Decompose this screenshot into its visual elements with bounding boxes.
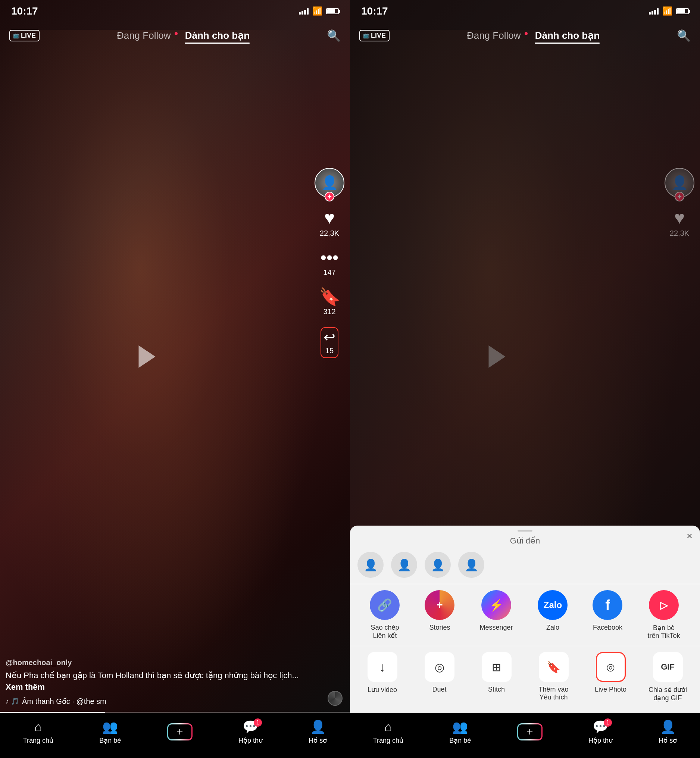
action-live-photo[interactable]: ◎ Live Photo bbox=[588, 652, 633, 702]
right-nav-profile[interactable]: 👤 Hồ sơ bbox=[659, 719, 677, 745]
right-nav-inbox[interactable]: 💬 1 Hộp thư bbox=[588, 719, 612, 745]
inbox-badge: 1 bbox=[254, 719, 262, 727]
right-nav-tabs: Đang Follow Dành cho bạn bbox=[467, 30, 600, 41]
search-icon[interactable]: 🔍 bbox=[327, 29, 341, 42]
comment-action[interactable]: ••• 147 bbox=[320, 249, 338, 277]
right-inbox-badge: 1 bbox=[604, 719, 612, 727]
right-right-sidebar: 👤 + ♥ 22,3K bbox=[664, 168, 694, 238]
vinyl-disc[interactable] bbox=[328, 691, 342, 706]
see-more-link[interactable]: Xem thêm bbox=[6, 682, 45, 692]
tab-following[interactable]: Đang Follow bbox=[117, 30, 178, 41]
right-nav-create[interactable]: + bbox=[517, 723, 542, 741]
action-save-video[interactable]: ↓ Lưu video bbox=[360, 652, 405, 702]
left-nav-bar: 📺 LIVE Đang Follow Dành cho bạn 🔍 bbox=[0, 20, 350, 50]
right-plus-icon: + bbox=[527, 725, 533, 738]
zalo-icon: Zalo bbox=[538, 590, 567, 620]
right-nav-home[interactable]: ⌂ Trang chủ bbox=[373, 720, 403, 745]
music-row[interactable]: ♪ 🎵 Âm thanh Gốc · @the sm bbox=[6, 697, 309, 706]
contact-avatar: 👤 bbox=[425, 552, 451, 578]
sheet-divider bbox=[350, 584, 700, 584]
gif-icon: GIF bbox=[653, 652, 683, 682]
share-tiktok-friends[interactable]: ▷ Bạn bètrên TikTok bbox=[647, 590, 680, 640]
contact-item[interactable]: 👤 bbox=[425, 552, 451, 578]
bookmark-icon: 🔖 bbox=[319, 288, 340, 305]
friends-label: Bạn bè bbox=[99, 736, 121, 745]
contact-item[interactable]: 👤 bbox=[458, 552, 484, 578]
right-battery-icon bbox=[676, 8, 689, 14]
left-bottom-nav: ⌂ Trang chủ 👥 Bạn bè + 💬 1 Hộp thư 👤 Hồ … bbox=[0, 713, 350, 758]
tiktok-friends-label: Bạn bètrên TikTok bbox=[647, 624, 680, 640]
right-status-bar: 10:17 📶 bbox=[350, 0, 700, 22]
play-icon[interactable] bbox=[138, 345, 155, 368]
username[interactable]: @homechoai_only bbox=[6, 658, 309, 667]
right-tab-following[interactable]: Đang Follow bbox=[467, 30, 528, 41]
copy-link-icon: 🔗 bbox=[370, 590, 400, 620]
right-play-icon[interactable] bbox=[488, 345, 505, 368]
caption-text: Nếu Pha chế bạn gặp là Tom Holland thì b… bbox=[6, 670, 309, 693]
left-right-sidebar: 👤 + ♥ 22,3K ••• 147 🔖 312 ↩ 15 bbox=[314, 168, 344, 358]
right-like-action: ♥ 22,3K bbox=[670, 209, 689, 238]
share-zalo[interactable]: Zalo Zalo bbox=[538, 590, 567, 640]
right-nav-friends[interactable]: 👥 Bạn bè bbox=[449, 719, 471, 745]
share-stories[interactable]: + Stories bbox=[425, 590, 455, 640]
home-icon: ⌂ bbox=[34, 720, 42, 734]
avatar-container[interactable]: 👤 + bbox=[314, 168, 344, 198]
right-heart-icon: ♥ bbox=[674, 209, 685, 227]
left-nav-tabs: Đang Follow Dành cho bạn bbox=[117, 30, 250, 41]
action-share-gif[interactable]: GIF Chia sẻ dướidạng GIF bbox=[645, 652, 690, 702]
share-messenger[interactable]: ⚡ Messenger bbox=[480, 590, 512, 640]
create-button[interactable]: + bbox=[167, 723, 192, 741]
share-copy-link[interactable]: 🔗 Sao chépLiên kết bbox=[370, 590, 400, 640]
right-search-icon[interactable]: 🔍 bbox=[677, 29, 691, 42]
right-profile-icon: 👤 bbox=[660, 719, 676, 734]
contact-item[interactable]: 👤 bbox=[391, 552, 417, 578]
right-follow-badge: + bbox=[675, 192, 684, 201]
stories-icon: + bbox=[425, 590, 455, 620]
nav-friends[interactable]: 👥 Bạn bè bbox=[99, 719, 121, 745]
contact-avatar: 👤 bbox=[391, 552, 417, 578]
right-tab-for-you[interactable]: Dành cho bạn bbox=[535, 30, 600, 41]
sheet-divider-2 bbox=[350, 646, 700, 646]
share-facebook[interactable]: f Facebook bbox=[592, 590, 622, 640]
right-live-label: LIVE bbox=[371, 32, 386, 39]
action-add-to-favorites[interactable]: 🔖 Thêm vàoYêu thích bbox=[531, 652, 576, 702]
tab-dot bbox=[175, 32, 178, 35]
sheet-handle bbox=[517, 530, 533, 532]
nav-inbox[interactable]: 💬 1 Hộp thư bbox=[238, 719, 262, 745]
heart-icon: ♥ bbox=[324, 209, 335, 227]
home-label: Trang chủ bbox=[23, 736, 53, 745]
share-action[interactable]: ↩ 15 bbox=[320, 327, 338, 358]
tab-for-you[interactable]: Dành cho bạn bbox=[185, 30, 250, 41]
comment-icon: ••• bbox=[320, 249, 338, 266]
tiktok-friends-icon: ▷ bbox=[649, 590, 679, 620]
like-action[interactable]: ♥ 22,3K bbox=[320, 209, 339, 238]
contact-item[interactable]: 👤 bbox=[358, 552, 384, 578]
nav-create[interactable]: + bbox=[167, 723, 192, 741]
right-profile-label: Hồ sơ bbox=[659, 736, 677, 745]
right-time: 10:17 bbox=[361, 5, 388, 17]
share-actions-row: ↓ Lưu video ◎ Duet ⊞ Stitch 🔖 Th bbox=[350, 652, 700, 702]
inbox-label: Hộp thư bbox=[238, 736, 262, 745]
right-nav-left: 📺 LIVE bbox=[359, 30, 389, 41]
left-status-icons: 📶 bbox=[299, 6, 339, 16]
right-signal-icon bbox=[649, 8, 659, 14]
nav-profile[interactable]: 👤 Hồ sơ bbox=[309, 719, 327, 745]
action-stitch[interactable]: ⊞ Stitch bbox=[474, 652, 519, 702]
facebook-icon: f bbox=[592, 590, 622, 620]
right-create-button[interactable]: + bbox=[517, 723, 542, 741]
friends-icon: 👥 bbox=[102, 719, 118, 734]
wifi-icon: 📶 bbox=[312, 6, 322, 16]
action-duet[interactable]: ◎ Duet bbox=[417, 652, 462, 702]
nav-home[interactable]: ⌂ Trang chủ bbox=[23, 720, 53, 745]
right-inbox-label: Hộp thư bbox=[588, 736, 612, 745]
right-live-badge[interactable]: 📺 LIVE bbox=[359, 30, 389, 41]
live-badge[interactable]: 📺 LIVE bbox=[9, 30, 39, 41]
share-apps-row: 🔗 Sao chépLiên kết + Stories ⚡ Messenger… bbox=[350, 590, 700, 646]
save-action[interactable]: 🔖 312 bbox=[319, 288, 340, 316]
live-photo-icon: ◎ bbox=[596, 652, 626, 682]
save-count: 312 bbox=[323, 307, 336, 316]
profile-label: Hồ sơ bbox=[309, 736, 327, 745]
contact-avatar: 👤 bbox=[458, 552, 484, 578]
close-button[interactable]: × bbox=[687, 530, 692, 542]
left-nav-left: 📺 LIVE bbox=[9, 30, 39, 41]
